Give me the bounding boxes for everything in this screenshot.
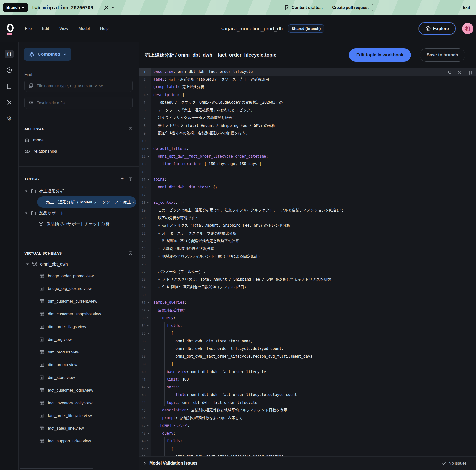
code-line[interactable]: 14	[139, 168, 476, 176]
menu-help[interactable]: Help	[100, 26, 109, 31]
code-line[interactable]: 40 base_view: omni_dbt_dwh__fact_order_l…	[139, 368, 476, 376]
code-line[interactable]: 5 Tableauワークブック「OmniへのClaudeCodeでの変換検証_2…	[139, 99, 476, 106]
code-line[interactable]: 19 このトピックは売上・遅延分析用です。注文ライフサイクルファクトテーブルと店…	[139, 206, 476, 214]
edit-topic-in-workbook-button[interactable]: Edit topic in workbook	[349, 48, 411, 62]
fold-chevron-icon[interactable]	[146, 432, 151, 435]
code-line[interactable]: 6 データソース「売上・遅延確認用」を移行したトピック。	[139, 106, 476, 114]
combined-mode-dropdown[interactable]: Combined	[24, 48, 71, 61]
code-line[interactable]: 7 注文ライフサイクルデータと店舗情報を結合し、	[139, 114, 476, 122]
code-line[interactable]: 36 omni_dbt_dwh__dim_store.store_name,	[139, 337, 476, 345]
explore-button[interactable]: Explore	[419, 22, 456, 35]
code-line[interactable]: 51 omni_dbt_dwh__fact_order_lifecycle.or…	[139, 453, 476, 456]
rail-history-button[interactable]	[5, 66, 14, 74]
code-line[interactable]: 39 ]	[139, 360, 476, 368]
code-line[interactable]: 4description: |-	[139, 91, 476, 99]
code-line[interactable]: 43 - field: omni_dbt_dwh__fact_order_lif…	[139, 391, 476, 399]
info-icon[interactable]	[128, 251, 133, 255]
caret-down-icon[interactable]	[25, 190, 28, 192]
rail-model-button[interactable]	[5, 98, 14, 107]
schema-view-item[interactable]: dim_customer_snapshot.view	[24, 308, 133, 320]
topic-folder[interactable]: 製品サポート	[24, 208, 133, 218]
code-line[interactable]: 1base_view: omni_dbt_dwh__fact_order_lif…	[139, 68, 476, 76]
book-icon[interactable]	[467, 70, 472, 75]
fold-chevron-icon[interactable]	[146, 147, 151, 150]
avatar[interactable]: 相	[462, 23, 473, 34]
chevron-down-icon[interactable]	[112, 6, 115, 9]
code-line[interactable]: 3group_label: 売上遅延分析	[139, 83, 476, 91]
code-line[interactable]: 50 [	[139, 445, 476, 453]
code-line[interactable]: 46 prompt: 店舗別の遅延件数を多い順に表示して	[139, 414, 476, 422]
schema-view-item[interactable]: fact_support_ticket.view	[24, 435, 133, 447]
menu-file[interactable]: File	[25, 26, 32, 31]
rail-validation-button[interactable]	[5, 82, 14, 91]
code-line[interactable]: 9 配送SLA遵守率の監視、店舗別遅延状況の把握を行う。	[139, 130, 476, 137]
branch-selector[interactable]: Branch	[3, 3, 28, 12]
fold-chevron-icon[interactable]	[146, 440, 151, 442]
code-line[interactable]: 45 description: 店舗別の遅延件数と地域平均フルフィルメント日数を…	[139, 406, 476, 414]
code-line[interactable]: 48 query:	[139, 430, 476, 437]
code-line[interactable]: 15joins:	[139, 176, 476, 184]
code-line[interactable]: 38 omni_dbt_dwh__fact_order_lifecycle.re…	[139, 353, 476, 361]
info-icon[interactable]	[128, 126, 133, 131]
code-line[interactable]: 47 月別売上トレンド:	[139, 422, 476, 430]
text-search-input[interactable]: Text inside a file	[24, 97, 133, 109]
horizontal-scrollbar[interactable]	[20, 468, 93, 469]
code-line[interactable]: 20 以下の分析が可能です：	[139, 214, 476, 222]
code-line[interactable]: 27 パラメータ（フィルター）：	[139, 268, 476, 276]
schema-view-item[interactable]: dim_order_flags.view	[24, 320, 133, 333]
code-line[interactable]: 42 sorts:	[139, 384, 476, 391]
code-line[interactable]: 23 - SLA閾値に基づく配送遅延判定と遅延率の計算	[139, 237, 476, 245]
search-icon[interactable]	[448, 70, 453, 75]
fold-chevron-icon[interactable]	[146, 178, 151, 181]
create-pull-request-button[interactable]: Create pull request	[328, 3, 373, 12]
code-line[interactable]: 22 - オーダーステータスグループ別の構成比分析	[139, 230, 476, 237]
code-line[interactable]: 34 fields:	[139, 322, 476, 330]
code-line[interactable]: 24 - 店舗別・地域別の遅延状況把握	[139, 245, 476, 253]
code-line[interactable]: 49 fields:	[139, 437, 476, 445]
code-line[interactable]: 31sample_queries:	[139, 299, 476, 307]
code-line[interactable]: 35 [	[139, 330, 476, 337]
schema-view-item[interactable]: bridge_order_promo.view	[24, 269, 133, 282]
model-switcher-icon[interactable]	[103, 5, 109, 11]
format-icon[interactable]	[458, 70, 462, 75]
fold-chevron-icon[interactable]	[146, 309, 151, 312]
schema-view-item[interactable]: fact_sales_line.view	[24, 422, 133, 435]
topic-item[interactable]: 製品軸でのサポートチケット分析	[24, 218, 133, 229]
code-line[interactable]: 33 query:	[139, 314, 476, 322]
caret-down-icon[interactable]	[26, 263, 29, 265]
schema-item-omni-dbt-dwh[interactable]: omni_dbt_dwh	[24, 259, 133, 269]
fold-chevron-icon[interactable]	[146, 386, 151, 389]
fold-chevron-icon[interactable]	[146, 201, 151, 204]
fold-chevron-icon[interactable]	[146, 424, 151, 427]
code-line[interactable]: 10	[139, 137, 476, 145]
code-line[interactable]: 29 - SLA_閾値: 遅延判定の日数閾値（デフォルト5日）	[139, 283, 476, 291]
schema-view-item[interactable]: fact_inventory_daily.view	[24, 397, 133, 409]
save-to-branch-button[interactable]: Save to branch	[420, 48, 465, 62]
code-line[interactable]: 25 - 地域別の平均フルフィルメント日数（LODによる固定集計）	[139, 252, 476, 260]
schema-view-item[interactable]: dim_customer_current.view	[24, 295, 133, 308]
caret-down-icon[interactable]	[25, 212, 28, 214]
rail-ide-files-button[interactable]: { }	[5, 50, 14, 58]
code-line[interactable]: 30	[139, 291, 476, 299]
code-line[interactable]: 37 omni_dbt_dwh__fact_order_lifecycle.de…	[139, 345, 476, 353]
shared-branch-badge[interactable]: Shared (branch)	[288, 24, 324, 33]
sidebar-item-relationships[interactable]: relationships	[24, 146, 133, 157]
code-line[interactable]: 16 omni_dbt_dwh__dim_store: {}	[139, 184, 476, 191]
code-line[interactable]: 2label: 売上・遅延分析（Tableauデータソース：売上・遅延確認用）	[139, 76, 476, 84]
schema-view-item[interactable]: dim_org.view	[24, 333, 133, 346]
sidebar-item-model[interactable]: model	[24, 135, 133, 145]
fold-chevron-icon[interactable]	[146, 324, 151, 327]
model-validation-issues-toggle[interactable]: Model Validation Issues	[143, 461, 197, 466]
fold-chevron-icon[interactable]	[146, 155, 151, 158]
rail-settings-button[interactable]: ⚙	[5, 114, 14, 123]
schema-view-item[interactable]: fact_customer_login.view	[24, 384, 133, 397]
code-editor[interactable]: 1base_view: omni_dbt_dwh__fact_order_lif…	[139, 68, 476, 456]
fold-chevron-icon[interactable]	[146, 301, 151, 304]
topic-folder[interactable]: 売上遅延分析	[24, 186, 133, 196]
info-icon[interactable]	[128, 176, 133, 181]
code-line[interactable]: 32 店舗別遅延件数:	[139, 307, 476, 314]
topic-item[interactable]: 売上・遅延分析（Tableauデータソース：売上・遅	[37, 196, 136, 208]
schema-view-item[interactable]: fact_order_lifecycle.view	[24, 409, 133, 422]
code-line[interactable]: 41 limit: 100	[139, 376, 476, 384]
code-line[interactable]: 44 topic: omni_dbt_dwh__fact_order_lifec…	[139, 399, 476, 407]
